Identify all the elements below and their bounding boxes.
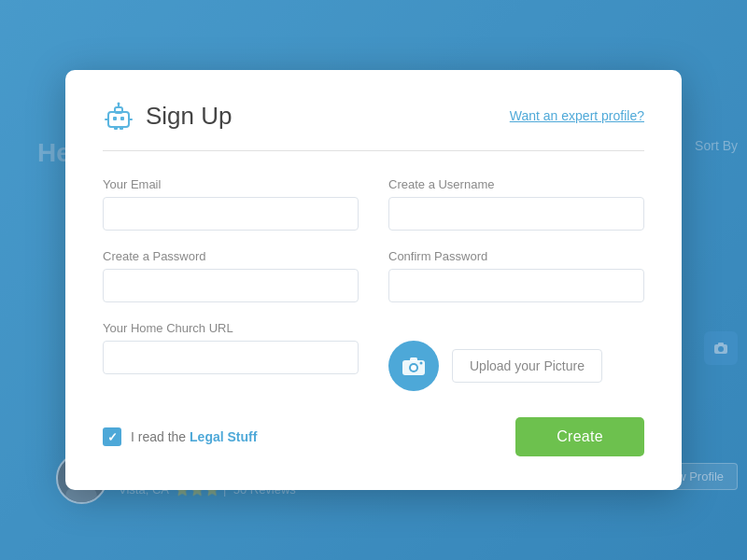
upload-row: Upload your Picture <box>388 341 644 391</box>
legal-stuff-link[interactable]: Legal Stuff <box>190 429 257 444</box>
bottom-row: I read the Legal Stuff Create <box>103 417 644 456</box>
password-group: Create a Password <box>103 249 359 302</box>
modal-overlay: Sign Up Want an expert profile? Your Ema… <box>0 0 747 560</box>
password-label: Create a Password <box>103 249 359 263</box>
expert-profile-link[interactable]: Want an expert profile? <box>510 108 644 123</box>
confirm-password-label: Confirm Password <box>388 249 644 263</box>
confirm-password-input[interactable] <box>388 269 644 302</box>
username-label: Create a Username <box>388 177 644 191</box>
svg-rect-6 <box>113 117 117 120</box>
svg-point-19 <box>420 362 423 365</box>
svg-rect-5 <box>108 112 129 127</box>
svg-point-17 <box>411 365 416 371</box>
header-divider <box>103 150 644 151</box>
svg-rect-7 <box>120 117 124 120</box>
legal-label: I read the Legal Stuff <box>131 429 257 444</box>
email-input[interactable] <box>103 197 359 231</box>
email-group: Your Email <box>103 177 359 231</box>
legal-checkbox[interactable] <box>103 427 121 446</box>
legal-checkbox-group: I read the Legal Stuff <box>103 427 257 446</box>
upload-picture-button[interactable]: Upload your Picture <box>452 349 602 383</box>
modal-title-group: Sign Up <box>103 100 233 132</box>
signup-form: Your Email Create a Username Create a Pa… <box>103 177 644 391</box>
church-url-input[interactable] <box>103 341 359 374</box>
email-label: Your Email <box>103 177 359 191</box>
svg-rect-8 <box>115 107 122 113</box>
username-input[interactable] <box>388 197 644 231</box>
upload-spacer <box>388 321 644 335</box>
modal-header: Sign Up Want an expert profile? <box>103 100 644 132</box>
svg-point-10 <box>118 103 120 105</box>
camera-icon <box>402 356 426 376</box>
svg-rect-14 <box>120 127 123 130</box>
church-url-group: Your Home Church URL <box>103 321 359 391</box>
svg-rect-18 <box>410 357 417 361</box>
signup-modal: Sign Up Want an expert profile? Your Ema… <box>65 70 682 490</box>
upload-picture-group: Upload your Picture <box>388 321 644 391</box>
camera-upload-button[interactable] <box>388 341 439 391</box>
confirm-password-group: Confirm Password <box>388 249 644 302</box>
password-input[interactable] <box>103 269 359 302</box>
username-group: Create a Username <box>388 177 644 231</box>
create-button[interactable]: Create <box>515 417 644 456</box>
church-url-label: Your Home Church URL <box>103 321 359 335</box>
svg-rect-13 <box>114 127 118 130</box>
modal-title: Sign Up <box>146 102 233 131</box>
robot-icon <box>103 100 134 132</box>
